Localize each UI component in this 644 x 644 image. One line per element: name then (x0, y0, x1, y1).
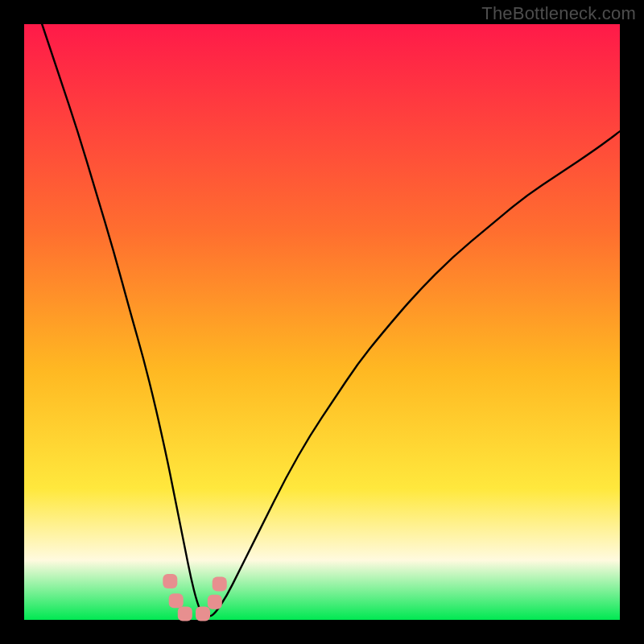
chart-frame: TheBottleneck.com (0, 0, 644, 644)
bottleneck-curve-path (42, 24, 620, 617)
curve-marker (208, 595, 222, 609)
curve-marker (169, 593, 184, 608)
plot-area (24, 24, 620, 620)
curve-marker (196, 607, 210, 621)
curve-marker (213, 577, 227, 592)
curve-marker (163, 574, 177, 588)
curve-markers (163, 574, 226, 621)
watermark-text: TheBottleneck.com (481, 3, 636, 24)
curve-marker (178, 607, 192, 621)
bottleneck-curve-svg (24, 24, 620, 620)
